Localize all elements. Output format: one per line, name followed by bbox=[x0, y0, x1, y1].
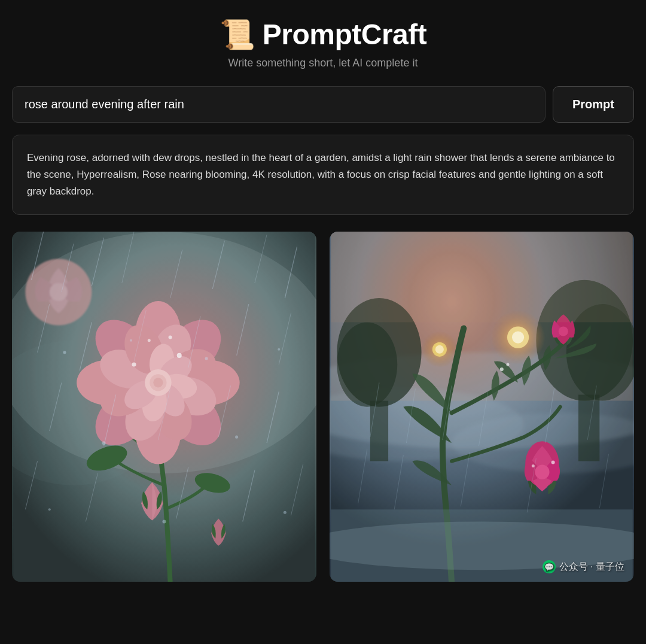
wechat-icon: 💬 bbox=[543, 560, 556, 573]
app-title: 📜 PromptCraft bbox=[12, 18, 634, 51]
watermark-text: 公众号 · 量子位 bbox=[559, 561, 624, 573]
result-box: Evening rose, adorned with dew drops, ne… bbox=[12, 135, 634, 215]
result-text: Evening rose, adorned with dew drops, ne… bbox=[27, 150, 619, 200]
prompt-button[interactable]: Prompt bbox=[553, 86, 634, 123]
left-image-svg bbox=[12, 232, 316, 582]
svg-rect-110 bbox=[331, 232, 633, 322]
image-card-right: 💬 公众号 · 量子位 bbox=[330, 232, 634, 582]
image-card-left bbox=[12, 232, 316, 582]
right-image-svg bbox=[330, 232, 634, 582]
watermark: 💬 公众号 · 量子位 bbox=[543, 560, 624, 573]
svg-rect-71 bbox=[13, 232, 315, 582]
header: 📜 PromptCraft Write something short, let… bbox=[12, 18, 634, 69]
images-grid: 💬 公众号 · 量子位 bbox=[12, 232, 634, 582]
app-subtitle: Write something short, let AI complete i… bbox=[12, 57, 634, 69]
prompt-input[interactable] bbox=[12, 86, 546, 123]
app-container: 📜 PromptCraft Write something short, let… bbox=[0, 0, 646, 606]
input-row: Prompt bbox=[12, 86, 634, 123]
title-emoji: 📜 bbox=[220, 20, 255, 49]
app-title-text: PromptCraft bbox=[263, 18, 427, 51]
